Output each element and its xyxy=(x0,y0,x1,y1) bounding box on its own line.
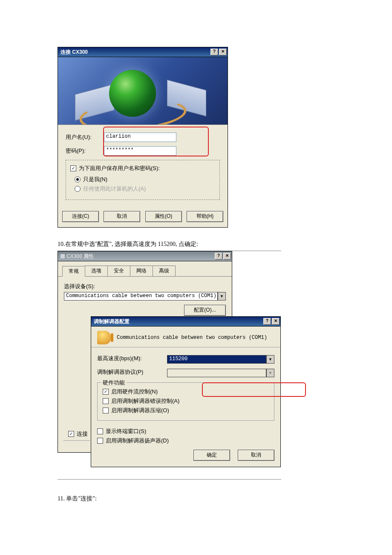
anyone-radio xyxy=(75,186,81,192)
save-credentials-checkbox[interactable]: ✓ xyxy=(70,165,76,171)
close-icon[interactable]: ✕ xyxy=(219,49,227,55)
chevron-down-icon[interactable]: ▼ xyxy=(218,292,226,301)
max-speed-dropdown[interactable]: 115200 ▼ xyxy=(167,355,274,364)
modem-error-label: 启用调制解调器错误控制(A) xyxy=(111,397,179,405)
tab-general[interactable]: 常规 xyxy=(62,266,85,277)
modem-config-dialog: 调制解调器配置 ? ✕ Communications cable between… xyxy=(91,316,281,467)
connection-banner xyxy=(58,57,228,125)
connect-check-label: 连接 xyxy=(77,430,88,438)
cancel-button[interactable]: 取消 xyxy=(238,450,274,461)
titlebar[interactable]: 调制解调器配置 ? ✕ xyxy=(91,317,280,327)
tab-advanced[interactable]: 高级 xyxy=(153,266,176,276)
speaker-label: 启用调制解调器扬声器(D) xyxy=(106,437,169,445)
chevron-down-icon: ▼ xyxy=(266,369,274,377)
username-field[interactable]: clariion xyxy=(104,133,176,142)
help-icon[interactable]: ? xyxy=(210,49,218,55)
close-icon[interactable]: ✕ xyxy=(272,318,280,325)
modem-error-checkbox[interactable] xyxy=(103,398,109,404)
cancel-button[interactable]: 取消 xyxy=(104,211,140,222)
device-dropdown[interactable]: Communications cable between two compute… xyxy=(64,292,226,301)
dialog-title: CX300 属性 xyxy=(66,253,94,260)
tab-security[interactable]: 安全 xyxy=(107,266,130,276)
help-button[interactable]: 帮助(H) xyxy=(187,211,223,222)
help-icon[interactable]: ? xyxy=(215,253,222,260)
max-speed-value: 115200 xyxy=(167,355,266,364)
max-speed-label: 最高速度(bps)(M): xyxy=(97,355,167,362)
only-me-radio[interactable] xyxy=(75,176,81,182)
group-border-stub xyxy=(63,440,90,441)
titlebar[interactable]: CX300 属性 ? ✕ xyxy=(58,251,232,261)
tabs-bar: 常规 选项 安全 网络 高级 xyxy=(58,261,232,277)
dialog-title: 调制解调器配置 xyxy=(94,318,130,325)
modem-compress-checkbox[interactable] xyxy=(103,408,109,413)
select-device-label: 选择设备(S): xyxy=(64,283,226,290)
hw-flow-checkbox[interactable]: ✓ xyxy=(103,389,109,395)
connect-button[interactable]: 连接(C) xyxy=(62,211,99,222)
hardware-features-group: 硬件功能 ✓ 启用硬件流控制(N) 启用调制解调器错误控制(A) 启用调制解调器… xyxy=(97,382,274,421)
password-label: 密码(P): xyxy=(66,147,104,155)
username-label: 用户名(U): xyxy=(66,133,104,141)
show-terminal-checkbox[interactable] xyxy=(97,428,103,434)
modem-icon xyxy=(97,331,111,344)
device-value: Communications cable between two compute… xyxy=(64,292,218,301)
protocol-dropdown: ▼ xyxy=(167,369,274,377)
chevron-down-icon[interactable]: ▼ xyxy=(266,355,274,364)
modem-device-name: Communications cable between two compute… xyxy=(117,335,267,341)
save-credentials-label: 为下面用户保存用户名和密码(S): xyxy=(79,165,160,172)
close-icon[interactable]: ✕ xyxy=(223,253,231,260)
save-credentials-group: ✓ 为下面用户保存用户名和密码(S): 只是我(N) 任何使用此计算机的人(A) xyxy=(66,160,220,200)
titlebar[interactable]: 连接 CX300 ? ✕ xyxy=(58,47,228,57)
properties-area: CX300 属性 ? ✕ 常规 选项 安全 网络 高级 选择设备(S): Com… xyxy=(58,251,281,480)
hw-flow-label: 启用硬件流控制(N) xyxy=(111,388,158,396)
step-11-caption: 11. 单击"连接": xyxy=(58,495,334,503)
anyone-label: 任何使用此计算机的人(A) xyxy=(83,185,146,193)
connect-checkbox[interactable]: ✓ xyxy=(68,431,74,437)
tab-options[interactable]: 选项 xyxy=(85,266,108,276)
step-10-caption: 10.在常规中选"配置", 选择最高速度为 115200, 点确定: xyxy=(58,240,334,248)
protocol-value xyxy=(167,369,266,377)
dialog-title: 连接 CX300 xyxy=(61,49,88,56)
modem-compress-label: 启用调制解调器压缩(O) xyxy=(111,407,169,414)
only-me-label: 只是我(N) xyxy=(83,176,107,183)
speaker-checkbox[interactable] xyxy=(97,438,103,444)
configure-button[interactable]: 配置(O)... xyxy=(184,305,226,316)
properties-button[interactable]: 属性(O) xyxy=(145,211,182,222)
password-field[interactable]: ********* xyxy=(104,146,176,156)
show-terminal-label: 显示终端窗口(S) xyxy=(106,428,146,435)
tab-network[interactable]: 网络 xyxy=(130,266,153,276)
hardware-group-legend: 硬件功能 xyxy=(101,379,127,387)
protocol-label: 调制解调器协议(P) xyxy=(97,368,167,376)
help-icon[interactable]: ? xyxy=(263,318,271,325)
connect-dialog: 连接 CX300 ? ✕ 用户名(U): clariion 密码(P): ***… xyxy=(58,47,228,228)
ok-button[interactable]: 确定 xyxy=(193,450,230,461)
